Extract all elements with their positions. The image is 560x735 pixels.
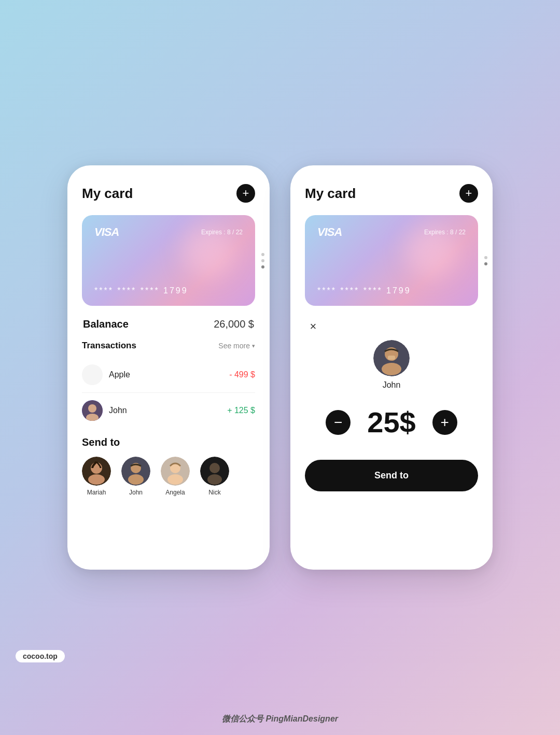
svg-point-13 — [209, 463, 220, 473]
mariah-avatar — [82, 457, 111, 486]
send-to-nick[interactable]: Nick — [200, 457, 229, 496]
send-to-john[interactable]: John — [121, 457, 150, 496]
send-to-mariah[interactable]: Mariah — [82, 457, 111, 496]
watermark-left: cocoo.top — [16, 650, 65, 662]
right-card: VISA Expires : 8 / 22 **** **** **** 179… — [305, 215, 478, 306]
transaction-john: John + 125 $ — [82, 395, 255, 426]
right-page-title: My card — [305, 186, 356, 202]
balance-value: 26,000 $ — [214, 318, 254, 330]
transactions-label: Transactions — [82, 341, 136, 351]
john-name: John — [109, 406, 127, 415]
recipient-section: John — [305, 340, 478, 390]
expires-left: Expires : 8 / 22 — [201, 229, 243, 236]
transaction-apple: Apple - 499 $ — [82, 359, 255, 390]
svg-rect-18 — [388, 356, 395, 360]
card-number-right: **** **** **** 1799 — [317, 286, 466, 295]
send-to-label-left: Send to — [82, 436, 255, 448]
left-phone: My card + VISA Expires : 8 / 22 **** ***… — [67, 165, 270, 570]
close-button[interactable]: × — [305, 318, 321, 335]
angela-avatar — [161, 457, 190, 486]
left-add-button[interactable]: + — [236, 184, 255, 203]
svg-point-1 — [88, 404, 96, 413]
visa-logo-left: VISA — [94, 225, 119, 239]
dot-2 — [261, 259, 264, 262]
transfer-panel: × John − 25$ + Send to — [305, 318, 478, 491]
visa-logo-right: VISA — [317, 225, 342, 239]
dot-1 — [261, 253, 264, 256]
svg-point-14 — [207, 474, 222, 485]
left-card-wrapper: VISA Expires : 8 / 22 **** **** **** 179… — [82, 215, 255, 306]
send-to-button[interactable]: Send to — [305, 460, 478, 491]
send-to-list: Mariah John — [82, 457, 255, 496]
svg-point-8 — [128, 474, 144, 485]
see-more-button[interactable]: See more ▾ — [218, 342, 255, 350]
amount-row: − 25$ + — [305, 405, 478, 439]
amount-display: 25$ — [367, 405, 415, 439]
apple-name: Apple — [109, 370, 130, 379]
card-dots-left — [261, 253, 264, 268]
balance-label: Balanace — [83, 318, 129, 330]
right-add-button[interactable]: + — [459, 184, 478, 203]
right-card-wrapper: VISA Expires : 8 / 22 **** **** **** 179… — [305, 215, 478, 306]
svg-point-11 — [167, 474, 183, 485]
angela-name: Angela — [165, 489, 185, 496]
john-send-avatar — [121, 457, 150, 486]
apple-amount: - 499 $ — [229, 370, 255, 379]
card-number-left: **** **** **** 1799 — [94, 286, 243, 295]
mariah-name: Mariah — [87, 489, 106, 496]
john-send-name: John — [129, 489, 143, 496]
decrease-button[interactable]: − — [326, 410, 351, 435]
apple-icon — [82, 364, 103, 385]
card-dots-right — [484, 256, 487, 265]
right-dot-1 — [484, 256, 487, 259]
transactions-header: Transactions See more ▾ — [82, 341, 255, 351]
watermark-bottom: 微信公众号 PingMianDesigner — [222, 714, 338, 725]
nick-avatar — [200, 457, 229, 486]
right-phone: My card + VISA Expires : 8 / 22 **** ***… — [290, 165, 493, 570]
balance-row: Balanace 26,000 $ — [82, 318, 255, 330]
left-card: VISA Expires : 8 / 22 **** **** **** 179… — [82, 215, 255, 306]
send-to-angela[interactable]: Angela — [161, 457, 190, 496]
john-amount: + 125 $ — [227, 406, 255, 415]
chevron-down-icon: ▾ — [252, 343, 255, 349]
nick-name: Nick — [208, 489, 220, 496]
right-dot-2 — [484, 262, 487, 265]
svg-point-17 — [382, 363, 401, 375]
svg-point-5 — [88, 474, 105, 485]
expires-right: Expires : 8 / 22 — [424, 229, 466, 236]
john-avatar-small — [82, 400, 103, 421]
increase-button[interactable]: + — [432, 410, 457, 435]
recipient-avatar — [373, 340, 410, 376]
recipient-name: John — [383, 380, 401, 390]
left-page-title: My card — [82, 186, 133, 202]
divider-1 — [82, 392, 255, 393]
dot-3 — [261, 265, 264, 268]
